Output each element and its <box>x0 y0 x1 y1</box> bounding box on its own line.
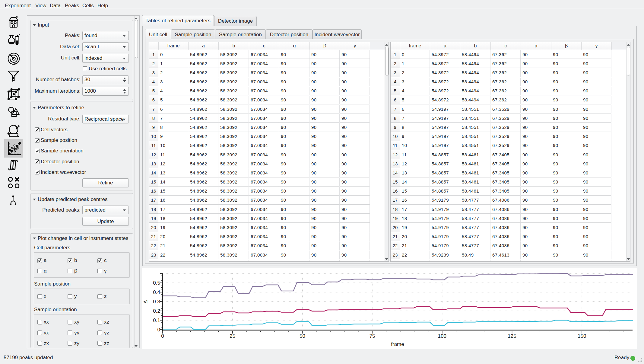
svg-text:frame: frame <box>391 341 404 347</box>
svg-text:75: 75 <box>370 333 375 339</box>
svg-text:0.3: 0.3 <box>153 299 160 305</box>
svg-text:0.2: 0.2 <box>153 308 160 314</box>
svg-text:0: 0 <box>157 327 160 333</box>
svg-text:50: 50 <box>300 333 305 339</box>
svg-text:25: 25 <box>230 333 235 339</box>
svg-text:150: 150 <box>578 333 586 339</box>
svg-text:Δ: Δ <box>143 300 148 303</box>
svg-text:0.4: 0.4 <box>153 289 160 295</box>
svg-text:100: 100 <box>438 333 446 339</box>
svg-text:0: 0 <box>161 333 164 339</box>
svg-text:0.5: 0.5 <box>153 280 160 286</box>
svg-text:0.1: 0.1 <box>153 318 160 323</box>
svg-text:125: 125 <box>508 333 516 339</box>
